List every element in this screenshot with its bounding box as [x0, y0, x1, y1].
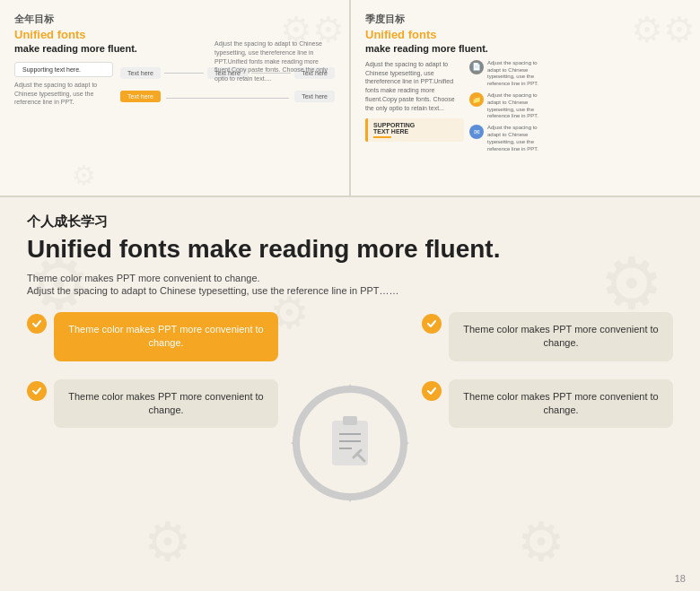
content-box-1: Theme color makes PPT more convenient to… — [54, 312, 278, 361]
check-icon-4 — [422, 381, 442, 401]
slide2-label: 季度目标 — [365, 13, 686, 26]
page-number: 18 — [675, 573, 686, 584]
slide2-supporting-label: SUPPORTING — [373, 122, 459, 128]
slide2-icon-item-3: ✉ Adjust the spacing to adapt to Chinese… — [469, 125, 686, 152]
slide2-icon-desc-1: Adjust the spacing to adapt to Chinese t… — [487, 60, 550, 88]
slide-thumb-2[interactable]: ⚙⚙ 季度目标 Unified fonts make reading more … — [350, 0, 700, 196]
main-title: Unified fonts make reading more fluent. — [27, 236, 673, 264]
slide1-dot-line-3 — [166, 98, 289, 99]
slide2-subtitle: make reading more fluent. — [365, 42, 686, 55]
slide2-icon-desc-3: Adjust the spacing to adapt to Chinese t… — [487, 125, 550, 152]
check-box-4: Theme color makes PPT more convenient to… — [422, 379, 673, 429]
check-box-1: Theme color makes PPT more convenient to… — [27, 312, 278, 361]
main-slide: ⚙ ⚙ ⚙ ⚙ ⚙ 个人成长学习 Unified fonts make read… — [0, 197, 700, 591]
main-label: 个人成长学习 — [27, 213, 673, 230]
main-desc1: Theme color makes PPT more convenient to… — [27, 273, 673, 283]
slide2-title-orange: Unified fonts — [365, 28, 686, 42]
center-diagram — [278, 371, 422, 515]
check-icon-3 — [27, 381, 47, 401]
left-boxes: Theme color makes PPT more convenient to… — [27, 312, 278, 575]
slide1-dot-line-2 — [251, 73, 291, 74]
slide1-dot-line-1 — [164, 73, 204, 74]
check-icon-2 — [422, 314, 442, 334]
check-box-2: Theme color makes PPT more convenient to… — [422, 312, 673, 361]
slide2-icon-gray: 📄 — [469, 60, 484, 74]
slide2-underline — [373, 136, 391, 138]
slide2-icon-item-1: 📄 Adjust the spacing to adapt to Chinese… — [469, 60, 686, 88]
slide2-desc: Adjust the spacing to adapt to Chinese t… — [365, 60, 464, 113]
slide2-icon-desc-2: Adjust the spacing to adapt to Chinese t… — [487, 92, 550, 120]
content-box-4: Theme color makes PPT more convenient to… — [449, 379, 673, 429]
slide1-label: 全年目标 — [14, 13, 335, 26]
slide2-icon-item-2: 📁 Adjust the spacing to adapt to Chinese… — [469, 92, 686, 120]
slide1-supporting-box: Supporting text here. — [14, 62, 113, 77]
slide2-text-here: TEXT HERE — [373, 128, 459, 135]
watermark-gear-2: ⚙ — [72, 160, 96, 191]
main-body: Theme color makes PPT more convenient to… — [27, 312, 673, 575]
content-box-3: Theme color makes PPT more convenient to… — [54, 379, 278, 429]
right-boxes: Theme color makes PPT more convenient to… — [422, 312, 673, 575]
svg-rect-8 — [343, 416, 357, 425]
main-desc2: Adjust the spacing to adapt to Chinese t… — [27, 285, 673, 296]
content-box-2: Theme color makes PPT more convenient to… — [449, 312, 673, 361]
check-box-3: Theme color makes PPT more convenient to… — [27, 379, 278, 429]
slide-thumb-1[interactable]: ⚙⚙ ⚙ 全年目标 Unified fonts make reading mor… — [0, 0, 350, 196]
check-icon-1 — [27, 314, 47, 334]
slide1-desc: Adjust the spacing to adapt to Chinese t… — [214, 39, 340, 83]
slide1-text-pill-1: Text here — [120, 67, 161, 79]
slide2-icon-blue: ✉ — [469, 125, 484, 139]
slide1-supporting-desc: Adjust the spacing to adapt to Chinese t… — [14, 81, 104, 107]
slide1-text-pill-4: Text here — [294, 91, 335, 102]
slide2-icon-orange: 📁 — [469, 92, 484, 107]
slide1-text-pill-orange: Text here — [120, 91, 161, 102]
